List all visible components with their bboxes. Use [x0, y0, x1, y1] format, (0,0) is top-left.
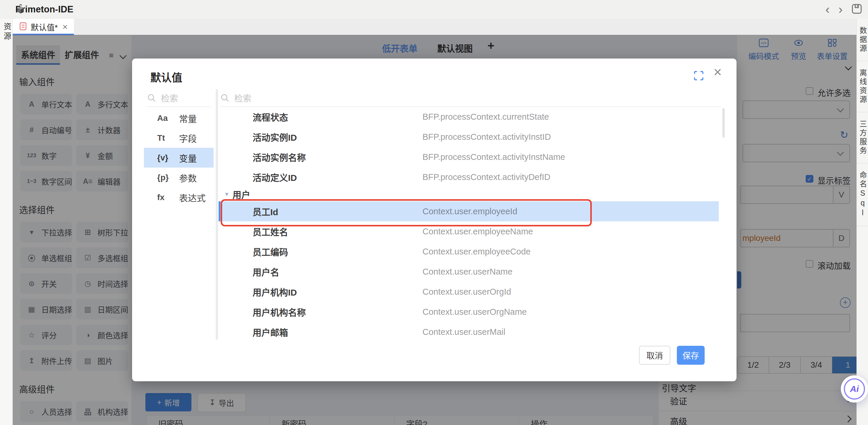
default-value-dialog: 默认值 × 检索 Aa 常量 Tt 字段 — [132, 59, 737, 381]
tab-label: 默认值* — [31, 21, 58, 33]
ai-assistant-button[interactable]: Ai — [841, 375, 868, 402]
form-doc-icon — [20, 22, 27, 32]
variable-row[interactable]: 用户机构ID Context.user.userOrgId — [219, 282, 721, 302]
category-expression[interactable]: fx 表达式 — [144, 187, 214, 207]
dialog-close-icon[interactable]: × — [713, 65, 722, 79]
search-placeholder: 检索 — [161, 92, 178, 104]
rail-tab-datasource[interactable]: 数据源 — [857, 19, 868, 61]
variable-row[interactable]: 员工姓名 Context.user.employeeName — [219, 221, 721, 241]
variable-row[interactable]: 用户机构名称 Context.user.userOrgName — [219, 302, 721, 322]
variable-list: 流程状态 BFP.processContext.currentState 活动实… — [219, 107, 721, 340]
ai-logo-icon: Ai — [844, 378, 865, 400]
category-constant[interactable]: Aa 常量 — [144, 108, 214, 128]
category-field[interactable]: Tt 字段 — [144, 128, 214, 148]
search-icon — [148, 94, 156, 102]
rail-tab-thirdparty-service[interactable]: 三方服务 — [857, 112, 868, 163]
save-file-icon[interactable] — [851, 4, 862, 16]
variable-row[interactable]: 活动定义ID BFP.processContext.activityDefID — [219, 167, 721, 187]
left-rail: 资源 — [0, 19, 13, 425]
fullscreen-expand-icon[interactable] — [693, 70, 704, 82]
rail-tab-resources[interactable]: 资源 — [0, 23, 12, 41]
list-scrollbar-thumb[interactable] — [722, 108, 725, 138]
titlebar: Primeton-IDE ‹ › — [0, 0, 868, 19]
category-search-input[interactable]: 检索 — [148, 92, 178, 104]
group-collapse-triangle-icon[interactable]: ▾ — [225, 190, 228, 198]
variable-row-selected-employee-id[interactable]: 员工Id Context.user.employeeId — [219, 201, 719, 221]
nav-back-icon[interactable]: ‹ — [826, 3, 830, 16]
variable-row[interactable]: 用户邮箱 Context.user.userMail — [219, 322, 721, 340]
right-rail: 数据源 离线资源 三方服务 命名Sql — [857, 19, 868, 425]
variable-row[interactable]: 用户名 Context.user.userName — [219, 262, 721, 282]
rail-tab-offline-resource[interactable]: 离线资源 — [857, 61, 868, 112]
category-parameter[interactable]: {p} 参数 — [144, 168, 214, 187]
variable-row[interactable]: 活动实例名称 BFP.processContext.activityInstNa… — [219, 147, 721, 167]
rail-tab-named-sql[interactable]: 命名Sql — [857, 163, 868, 226]
editor-tabstrip: 默认值* × — [12, 19, 857, 35]
search-icon — [221, 94, 229, 102]
category-variable-selected[interactable]: {v} 变量 — [144, 148, 214, 168]
app-logo-icon — [16, 4, 26, 16]
nav-forward-icon[interactable]: › — [838, 3, 843, 16]
cancel-button[interactable]: 取消 — [639, 346, 670, 365]
save-button[interactable]: 保存 — [677, 346, 705, 365]
variable-row[interactable]: 员工编码 Context.user.employeeCode — [219, 241, 721, 262]
variable-row[interactable]: 流程状态 BFP.processContext.currentState — [219, 107, 721, 127]
tab-close-icon[interactable]: × — [63, 22, 68, 32]
tab-default-value[interactable]: 默认值* × — [12, 19, 74, 35]
variable-search-input[interactable]: 检索 — [221, 92, 251, 104]
search-placeholder: 检索 — [234, 92, 251, 104]
dialog-title: 默认值 — [150, 69, 182, 85]
category-list: Aa 常量 Tt 字段 {v} 变量 {p} 参数 fx 表达式 — [144, 108, 214, 207]
variable-row[interactable]: 活动实例ID BFP.processContext.activityInstID — [219, 127, 721, 147]
app-root: Primeton-IDE ‹ › 默认值* — [0, 0, 868, 425]
variable-group-user[interactable]: ▾ 用户 — [219, 187, 721, 201]
